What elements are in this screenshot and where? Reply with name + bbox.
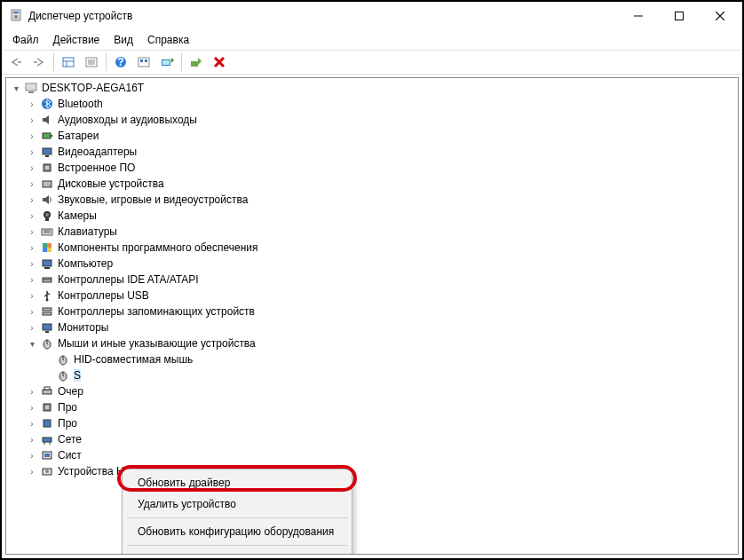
tree-leaf-hid-mouse[interactable]: ·HID-совместимая мышь xyxy=(6,351,738,367)
ide-icon xyxy=(40,272,54,287)
help-icon[interactable]: ? xyxy=(110,51,131,73)
expand-icon[interactable]: › xyxy=(26,291,38,301)
ctx-separator xyxy=(127,545,347,546)
toolbar-icon-5[interactable] xyxy=(133,51,154,73)
svg-rect-4 xyxy=(676,12,684,20)
expand-icon[interactable]: › xyxy=(26,323,38,333)
tree-node-label: Клавиатуры xyxy=(58,225,117,238)
menu-file[interactable]: Файл xyxy=(5,32,46,48)
ctx-scan-hardware[interactable]: Обновить конфигурацию оборудования xyxy=(125,521,349,542)
tree-node-label: Звуковые, игровые и видеоустройства xyxy=(58,193,248,206)
display-adapter-icon xyxy=(40,145,54,159)
tree-node-label: Дисковые устройства xyxy=(58,177,164,190)
expand-icon[interactable]: › xyxy=(26,211,38,221)
expand-icon[interactable]: › xyxy=(26,147,38,157)
tree-node-computer[interactable]: ›Компьютер xyxy=(6,256,738,272)
maximize-button[interactable] xyxy=(659,2,700,30)
printer-icon xyxy=(40,384,54,398)
expand-icon[interactable]: › xyxy=(26,259,38,269)
expand-icon[interactable]: › xyxy=(26,307,38,317)
tree-node-processor[interactable]: ›Про xyxy=(6,399,738,415)
expand-icon[interactable]: › xyxy=(26,275,38,285)
tree-node-system[interactable]: ›Сист xyxy=(6,447,738,463)
tree-root[interactable]: ▾ DESKTOP-AEGA16T xyxy=(6,80,738,96)
svg-text:?: ? xyxy=(117,56,123,68)
expand-icon[interactable]: › xyxy=(26,467,38,477)
tree-node-monitor[interactable]: ›Мониторы xyxy=(6,319,738,335)
expand-icon[interactable]: › xyxy=(26,403,38,413)
ctx-remove-device[interactable]: Удалить устройство xyxy=(125,493,349,515)
svg-rect-47 xyxy=(43,260,51,266)
toolbar-separator xyxy=(181,53,182,71)
tree-node-label: Встроенное ПО xyxy=(58,162,135,174)
svg-rect-71 xyxy=(44,454,50,457)
tree-node-hid[interactable]: ›Устройства HID (Human Interface Devices… xyxy=(6,463,738,479)
tree-node-program[interactable]: ›Про xyxy=(6,415,738,431)
expand-icon[interactable]: › xyxy=(26,387,38,397)
device-manager-window: Диспетчер устройств Файл Действие Вид Сп… xyxy=(0,0,744,560)
expand-icon[interactable]: › xyxy=(26,131,38,141)
close-button[interactable] xyxy=(700,2,740,30)
ctx-properties[interactable]: Свойства xyxy=(125,548,349,555)
expand-icon[interactable]: › xyxy=(26,419,38,429)
svg-rect-39 xyxy=(45,218,49,221)
tree-node-label: Мыши и иные указывающие устройства xyxy=(58,337,256,350)
svg-rect-44 xyxy=(47,243,51,248)
expand-icon[interactable]: › xyxy=(26,227,38,237)
expand-icon[interactable]: › xyxy=(26,243,38,253)
tree-node-label: Контроллеры IDE ATA/ATAPI xyxy=(58,273,199,286)
tree-node-bluetooth[interactable]: ›Bluetooth xyxy=(6,96,738,112)
tree-node-firmware[interactable]: ›Встроенное ПО xyxy=(6,160,738,176)
ctx-update-driver[interactable]: Обновить драйвер xyxy=(125,472,349,493)
tree-node-keyboard[interactable]: ›Клавиатуры xyxy=(6,224,738,240)
tree-node-display[interactable]: ›Видеоадаптеры xyxy=(6,144,738,160)
tree-node-disk[interactable]: ›Дисковые устройства xyxy=(6,176,738,192)
device-tree-panel[interactable]: ▾ DESKTOP-AEGA16T ›Bluetooth ›Аудиовходы… xyxy=(5,77,739,555)
scan-icon[interactable] xyxy=(156,51,178,73)
svg-rect-46 xyxy=(47,248,51,252)
tree-root-label: DESKTOP-AEGA16T xyxy=(42,82,144,94)
expand-icon[interactable]: › xyxy=(26,99,38,109)
svg-rect-67 xyxy=(43,438,51,442)
window-title: Диспетчер устройств xyxy=(28,10,618,22)
show-hidden-icon[interactable] xyxy=(58,51,79,73)
update-driver-icon[interactable] xyxy=(186,51,207,73)
tree-node-mice[interactable]: ▾Мыши и иные указывающие устройства xyxy=(6,335,738,351)
expand-icon[interactable]: › xyxy=(26,179,38,189)
menu-help[interactable]: Справка xyxy=(140,32,196,48)
tree-node-print[interactable]: ›Очер xyxy=(6,383,738,399)
tree-node-sound[interactable]: ›Звуковые, игровые и видеоустройства xyxy=(6,192,738,208)
firmware-icon xyxy=(40,161,54,175)
tree-node-label: Контроллеры USB xyxy=(58,289,149,302)
keyboard-icon xyxy=(40,225,54,239)
back-icon[interactable] xyxy=(5,51,27,73)
toolbar-separator xyxy=(106,53,107,71)
expand-icon[interactable]: › xyxy=(26,163,38,173)
tree-node-storage[interactable]: ›Контроллеры запоминающих устройств xyxy=(6,304,738,319)
tree-node-usb[interactable]: ›Контроллеры USB xyxy=(6,288,738,304)
svg-point-36 xyxy=(49,185,51,186)
tree-node-audio[interactable]: ›Аудиовходы и аудиовыходы xyxy=(6,112,738,128)
menu-action[interactable]: Действие xyxy=(46,32,107,48)
tree-leaf-touchpad[interactable]: ·S xyxy=(6,367,738,383)
sound-icon xyxy=(40,193,54,207)
expand-icon[interactable]: › xyxy=(26,195,38,205)
expand-icon[interactable]: › xyxy=(26,435,38,445)
menu-view[interactable]: Вид xyxy=(107,32,140,48)
tree-node-network[interactable]: ›Сете xyxy=(6,431,738,447)
collapse-icon[interactable]: ▾ xyxy=(26,339,38,349)
tree-node-software[interactable]: ›Компоненты программного обеспечения xyxy=(6,240,738,256)
forward-icon[interactable] xyxy=(28,51,50,73)
minimize-button[interactable] xyxy=(618,2,659,30)
tree-node-battery[interactable]: ›Батареи xyxy=(6,128,738,144)
collapse-icon[interactable]: ▾ xyxy=(10,83,22,93)
tree-node-label: Компьютер xyxy=(58,257,113,270)
tree-node-ide[interactable]: ›Контроллеры IDE ATA/ATAPI xyxy=(6,272,738,288)
properties-icon[interactable] xyxy=(81,51,102,73)
tree-node-camera[interactable]: ›Камеры xyxy=(6,208,738,224)
svg-rect-35 xyxy=(43,181,51,187)
expand-icon[interactable]: › xyxy=(26,451,38,461)
app-icon xyxy=(9,9,23,23)
expand-icon[interactable]: › xyxy=(26,115,38,125)
uninstall-icon[interactable] xyxy=(209,51,230,73)
